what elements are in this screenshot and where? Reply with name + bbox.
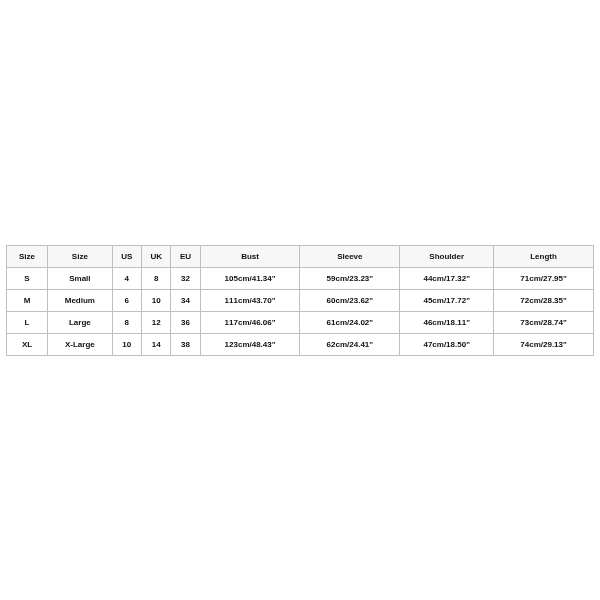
cell-eu: 38 <box>171 333 200 355</box>
col-us: US <box>112 245 141 267</box>
cell-sleeve: 62cm/24.41" <box>300 333 400 355</box>
cell-size-code: L <box>7 311 48 333</box>
cell-uk: 12 <box>141 311 170 333</box>
cell-sleeve: 59cm/23.23" <box>300 267 400 289</box>
col-shoulder: Shoulder <box>400 245 494 267</box>
col-size-name: Size <box>48 245 113 267</box>
cell-bust: 117cm/46.06" <box>200 311 300 333</box>
cell-uk: 10 <box>141 289 170 311</box>
cell-size-code: M <box>7 289 48 311</box>
table-row: S Small 4 8 32 105cm/41.34" 59cm/23.23" … <box>7 267 594 289</box>
cell-eu: 36 <box>171 311 200 333</box>
col-uk: UK <box>141 245 170 267</box>
cell-size-name: Medium <box>48 289 113 311</box>
cell-shoulder: 44cm/17.32" <box>400 267 494 289</box>
cell-bust: 111cm/43.70" <box>200 289 300 311</box>
cell-bust: 123cm/48.43" <box>200 333 300 355</box>
cell-bust: 105cm/41.34" <box>200 267 300 289</box>
size-chart-container: Size Size US UK EU Bust Sleeve Shoulder … <box>0 0 600 600</box>
cell-us: 8 <box>112 311 141 333</box>
table-row: M Medium 6 10 34 111cm/43.70" 60cm/23.62… <box>7 289 594 311</box>
cell-length: 74cm/29.13" <box>494 333 594 355</box>
cell-shoulder: 46cm/18.11" <box>400 311 494 333</box>
col-eu: EU <box>171 245 200 267</box>
cell-length: 72cm/28.35" <box>494 289 594 311</box>
cell-us: 6 <box>112 289 141 311</box>
cell-size-name: X-Large <box>48 333 113 355</box>
col-size-code: Size <box>7 245 48 267</box>
col-bust: Bust <box>200 245 300 267</box>
cell-us: 4 <box>112 267 141 289</box>
cell-uk: 8 <box>141 267 170 289</box>
col-length: Length <box>494 245 594 267</box>
cell-size-name: Large <box>48 311 113 333</box>
table-row: XL X-Large 10 14 38 123cm/48.43" 62cm/24… <box>7 333 594 355</box>
cell-sleeve: 61cm/24.02" <box>300 311 400 333</box>
size-chart-table: Size Size US UK EU Bust Sleeve Shoulder … <box>6 245 594 356</box>
cell-size-name: Small <box>48 267 113 289</box>
cell-eu: 32 <box>171 267 200 289</box>
cell-size-code: S <box>7 267 48 289</box>
cell-length: 73cm/28.74" <box>494 311 594 333</box>
table-header-row: Size Size US UK EU Bust Sleeve Shoulder … <box>7 245 594 267</box>
cell-eu: 34 <box>171 289 200 311</box>
col-sleeve: Sleeve <box>300 245 400 267</box>
cell-uk: 14 <box>141 333 170 355</box>
cell-shoulder: 47cm/18.50" <box>400 333 494 355</box>
table-row: L Large 8 12 36 117cm/46.06" 61cm/24.02"… <box>7 311 594 333</box>
cell-us: 10 <box>112 333 141 355</box>
cell-sleeve: 60cm/23.62" <box>300 289 400 311</box>
cell-shoulder: 45cm/17.72" <box>400 289 494 311</box>
cell-length: 71cm/27.95" <box>494 267 594 289</box>
cell-size-code: XL <box>7 333 48 355</box>
